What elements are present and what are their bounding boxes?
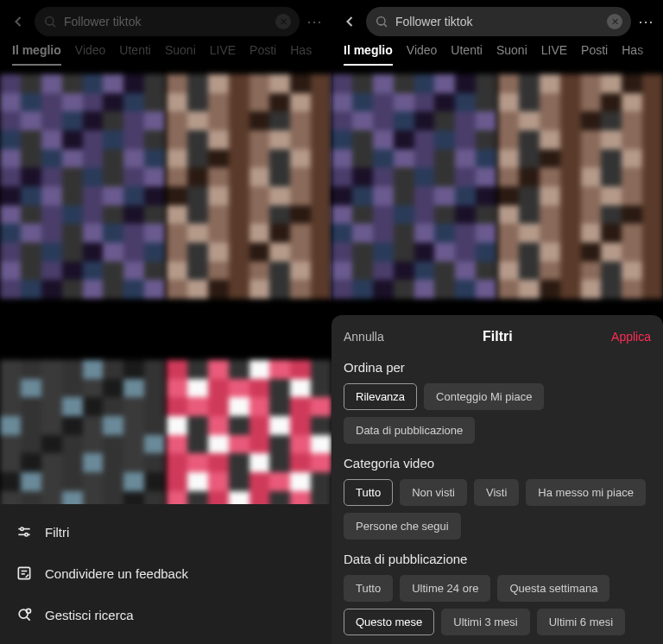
svg-point-0: [46, 17, 54, 25]
tab-users[interactable]: Utenti: [119, 43, 151, 66]
svg-point-4: [21, 527, 23, 530]
chip-sort-relevance[interactable]: Rilevanza: [344, 383, 417, 410]
svg-point-11: [27, 609, 31, 613]
tab-users[interactable]: Utenti: [451, 43, 483, 66]
tab-video[interactable]: Video: [75, 43, 106, 66]
sort-options: Rilevanza Conteggio Mi piace Data di pub…: [344, 383, 651, 444]
chip-date-24h[interactable]: Ultime 24 ore: [400, 575, 490, 602]
chip-date-week[interactable]: Questa settimana: [497, 575, 609, 602]
chip-cat-following[interactable]: Persone che segui: [344, 513, 461, 540]
feedback-icon: [16, 565, 33, 582]
tab-places[interactable]: Posti: [581, 43, 608, 66]
chip-date-3months[interactable]: Ultimi 3 mesi: [441, 609, 529, 635]
chip-date-month[interactable]: Questo mese: [344, 609, 434, 635]
video-thumbnail[interactable]: [0, 74, 165, 299]
menu-filters-label: Filtri: [45, 525, 69, 540]
menu-feedback-label: Condividere un feedback: [45, 566, 188, 581]
svg-point-5: [25, 534, 28, 536]
chip-sort-date[interactable]: Data di pubblicazione: [344, 417, 475, 444]
options-menu: Filtri Condividere un feedback Gestisci …: [0, 504, 332, 644]
search-icon: [375, 15, 388, 28]
search-input-container[interactable]: ✕: [35, 7, 300, 36]
cancel-button[interactable]: Annulla: [344, 330, 384, 344]
menu-manage-label: Gestisci ricerca: [45, 608, 134, 622]
filters-sheet: Annulla Filtri Applica Ordina per Rileva…: [332, 315, 663, 644]
apply-button[interactable]: Applica: [611, 330, 651, 344]
sliders-icon: [16, 523, 33, 540]
back-icon[interactable]: [340, 12, 359, 31]
category-options: Tutto Non visti Visti Ha messo mi piace …: [344, 479, 651, 540]
tab-live[interactable]: LIVE: [210, 43, 236, 66]
search-input-container[interactable]: ✕: [366, 7, 631, 36]
svg-line-1: [53, 24, 55, 27]
more-icon[interactable]: ⋯: [638, 12, 654, 31]
tab-hashtags[interactable]: Has: [290, 43, 312, 66]
svg-line-10: [27, 617, 30, 621]
chip-cat-watched[interactable]: Visti: [474, 479, 519, 506]
svg-point-12: [377, 17, 385, 25]
video-thumbnail[interactable]: [167, 74, 332, 299]
back-icon[interactable]: [9, 12, 28, 31]
clear-search-icon[interactable]: ✕: [607, 14, 622, 29]
menu-manage-search[interactable]: Gestisci ricerca: [0, 594, 332, 635]
menu-feedback[interactable]: Condividere un feedback: [0, 552, 332, 594]
tab-video[interactable]: Video: [407, 43, 438, 66]
category-section-title: Categoria video: [344, 456, 651, 470]
chip-cat-unwatched[interactable]: Non visti: [400, 479, 467, 506]
tab-best[interactable]: Il meglio: [344, 43, 393, 66]
search-icon: [43, 15, 57, 28]
svg-line-13: [384, 24, 387, 27]
clear-search-icon[interactable]: ✕: [275, 14, 291, 29]
search-input[interactable]: [64, 15, 268, 28]
sort-section-title: Ordina per: [344, 360, 651, 375]
video-thumbnail[interactable]: [332, 74, 496, 299]
video-thumbnail[interactable]: [498, 74, 663, 299]
chip-cat-all[interactable]: Tutto: [344, 479, 393, 506]
chip-cat-liked[interactable]: Ha messo mi piace: [526, 479, 646, 506]
manage-search-icon: [16, 606, 33, 623]
more-icon[interactable]: ⋯: [306, 12, 323, 31]
search-input[interactable]: [395, 15, 600, 28]
chip-date-6months[interactable]: Ultimi 6 mesi: [537, 609, 625, 635]
date-options: Tutto Ultime 24 ore Questa settimana Que…: [344, 575, 651, 635]
menu-filters[interactable]: Filtri: [0, 511, 332, 552]
tab-places[interactable]: Posti: [249, 43, 276, 66]
tab-live[interactable]: LIVE: [541, 43, 567, 66]
date-section-title: Data di pubblicazione: [344, 552, 651, 566]
chip-date-all[interactable]: Tutto: [344, 575, 393, 602]
sheet-title: Filtri: [483, 329, 513, 344]
tab-hashtags[interactable]: Has: [622, 43, 643, 66]
chip-sort-likes[interactable]: Conteggio Mi piace: [424, 383, 544, 410]
tab-sounds[interactable]: Suoni: [496, 43, 527, 66]
tab-best[interactable]: Il meglio: [12, 43, 61, 66]
tab-sounds[interactable]: Suoni: [165, 43, 196, 66]
